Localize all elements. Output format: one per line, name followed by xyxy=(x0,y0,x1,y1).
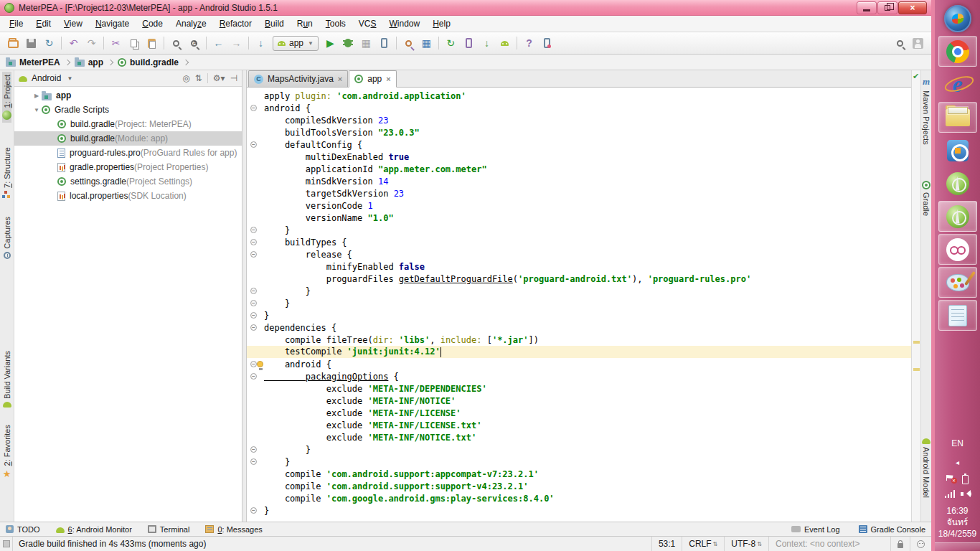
toolwindow-button-terminal[interactable]: Terminal xyxy=(148,525,190,534)
back-icon[interactable]: ← xyxy=(209,35,227,52)
toolwindow-button-event-log[interactable]: Event Log xyxy=(791,525,840,534)
search-everywhere-icon[interactable] xyxy=(891,35,909,52)
menu-file[interactable]: File xyxy=(3,17,29,31)
settings-icon[interactable] xyxy=(400,35,418,52)
hector-icon[interactable] xyxy=(910,537,931,551)
menu-window[interactable]: Window xyxy=(382,17,426,31)
tree-expanded-arrow-icon[interactable]: ▼ xyxy=(32,107,42,113)
restore-button[interactable] xyxy=(877,1,897,14)
tree-item-app[interactable]: ▶app xyxy=(14,88,242,103)
tool-tab-7-structure[interactable]: 7: Structure xyxy=(3,144,11,202)
avd-manager-icon[interactable] xyxy=(460,35,478,52)
close-button[interactable]: × xyxy=(898,1,927,14)
toolwindow-button-todo[interactable]: TODO xyxy=(6,525,40,534)
android-device-icon[interactable] xyxy=(496,35,514,52)
tree-item-local-properties-sdk-location[interactable]: local.properties (SDK Location) xyxy=(14,189,242,203)
locate-icon[interactable]: ◎ xyxy=(182,73,189,83)
taskbar-android-studio-icon[interactable] xyxy=(938,168,977,199)
taskbar-windows-explorer-icon[interactable] xyxy=(938,102,977,133)
tool-tab-1-project[interactable]: 1: Project xyxy=(2,72,11,123)
tool-tab-gradle[interactable]: Gradle xyxy=(922,178,930,219)
tree-item-gradle-properties-project-properties[interactable]: gradle.properties (Project Properties) xyxy=(14,160,242,174)
editor-code-area[interactable]: apply plugin: 'com.android.application'−… xyxy=(247,88,911,522)
find-icon[interactable] xyxy=(167,35,185,52)
menu-code[interactable]: Code xyxy=(136,17,169,31)
tab-close-icon[interactable]: × xyxy=(338,75,342,83)
tool-tab-captures[interactable]: Captures xyxy=(3,214,11,262)
hide-panel-icon[interactable]: ⊣ xyxy=(230,73,237,83)
fold-marker-icon[interactable]: − xyxy=(250,251,257,258)
taskbar-start-orb[interactable] xyxy=(938,3,977,34)
encoding-selector[interactable]: UTF-8⇅ xyxy=(724,537,768,551)
copy-icon[interactable] xyxy=(125,35,143,52)
taskbar-android-studio-active-icon[interactable] xyxy=(938,201,977,232)
forward-icon[interactable]: → xyxy=(227,35,245,52)
tree-item-settings-gradle-project-settings[interactable]: settings.gradle (Project Settings) xyxy=(14,174,242,189)
taskbar-two-dots-app-icon[interactable] xyxy=(938,234,977,265)
menu-edit[interactable]: Edit xyxy=(29,17,57,31)
intention-bulb-icon[interactable] xyxy=(257,361,263,367)
fold-marker-icon[interactable]: − xyxy=(250,458,257,465)
tool-tab-build-variants[interactable]: Build Variants xyxy=(3,348,11,410)
paste-icon[interactable] xyxy=(143,35,161,52)
collapse-all-icon[interactable]: ⇅ xyxy=(195,73,202,83)
fold-marker-icon[interactable]: − xyxy=(250,141,257,148)
run-config-selector[interactable]: app▼ xyxy=(273,36,319,51)
avatar-icon[interactable] xyxy=(909,35,927,52)
title-bar[interactable]: MeterPEA - [F:\Project12-03\MeterPEA] - … xyxy=(0,0,931,16)
breadcrumb-build-gradle[interactable]: build.gradle xyxy=(118,57,179,67)
editor-tab-mapsactivity-java[interactable]: CMapsActivity.java× xyxy=(248,70,348,87)
language-indicator[interactable]: EN xyxy=(951,438,963,448)
open-icon[interactable] xyxy=(4,35,22,52)
menu-tools[interactable]: Tools xyxy=(319,17,352,31)
debug-icon[interactable] xyxy=(339,35,357,52)
taskbar-vmware-icon[interactable] xyxy=(938,135,977,166)
tree-item-build-gradle-project-meterpea[interactable]: build.gradle (Project: MeterPEA) xyxy=(14,117,242,131)
layout-inspector-icon[interactable] xyxy=(538,35,556,52)
project-view-selector[interactable]: Android xyxy=(32,73,61,83)
action-center-flag-icon[interactable] xyxy=(946,475,953,481)
toolwindow-button-0-messages[interactable]: 0: Messages xyxy=(205,525,262,534)
menu-view[interactable]: View xyxy=(57,17,89,31)
toolwindow-button-gradle-console[interactable]: Gradle Console xyxy=(859,525,925,534)
fold-marker-icon[interactable]: − xyxy=(250,361,257,367)
menu-vcs[interactable]: VCS xyxy=(352,17,383,31)
lock-icon[interactable] xyxy=(890,537,910,551)
menu-help[interactable]: Help xyxy=(426,17,457,31)
caret-position[interactable]: 53:1 xyxy=(651,537,682,551)
replace-icon[interactable] xyxy=(185,35,203,52)
run-icon[interactable]: ▶ xyxy=(321,35,339,52)
show-desktop-button[interactable] xyxy=(935,542,980,551)
fold-marker-icon[interactable]: − xyxy=(250,239,257,245)
breadcrumb-app[interactable]: app xyxy=(75,57,103,67)
sync-icon[interactable]: ↻ xyxy=(40,35,58,52)
fold-marker-icon[interactable]: − xyxy=(250,288,257,294)
fold-marker-icon[interactable]: − xyxy=(250,373,257,380)
menu-run[interactable]: Run xyxy=(291,17,319,31)
cut-icon[interactable]: ✂ xyxy=(107,35,125,52)
line-ending-selector[interactable]: CRLF⇅ xyxy=(682,537,724,551)
gear-icon[interactable]: ⚙▾ xyxy=(213,73,225,83)
breadcrumb-meterpea[interactable]: MeterPEA xyxy=(6,57,60,67)
coverage-icon[interactable]: ▦ xyxy=(357,35,375,52)
fold-marker-icon[interactable]: − xyxy=(250,446,257,453)
battery-icon[interactable] xyxy=(962,475,969,484)
editor-scrollbar[interactable]: ✔ xyxy=(911,70,920,522)
taskbar-notepad-icon[interactable] xyxy=(938,300,977,331)
minimize-button[interactable] xyxy=(857,1,877,14)
sort-icon[interactable]: ↓ xyxy=(252,35,270,52)
fold-marker-icon[interactable]: − xyxy=(250,507,257,514)
fold-marker-icon[interactable]: − xyxy=(250,324,257,331)
fold-marker-icon[interactable]: − xyxy=(250,227,257,233)
editor-tab-app[interactable]: app× xyxy=(349,70,396,88)
fold-marker-icon[interactable]: − xyxy=(250,312,257,319)
menu-navigate[interactable]: Navigate xyxy=(89,17,136,31)
save-icon[interactable] xyxy=(22,35,40,52)
toolwindow-quick-access-icon[interactable] xyxy=(0,537,13,551)
sdk-manager-icon[interactable]: ↓ xyxy=(478,35,496,52)
tab-close-icon[interactable]: × xyxy=(386,75,390,83)
fold-marker-icon[interactable]: − xyxy=(250,105,257,111)
tree-item-gradle-scripts[interactable]: ▼Gradle Scripts xyxy=(14,103,242,117)
tool-tab-maven-projects[interactable]: mMaven Projects xyxy=(922,73,930,148)
taskbar-chrome-icon[interactable] xyxy=(938,36,977,67)
